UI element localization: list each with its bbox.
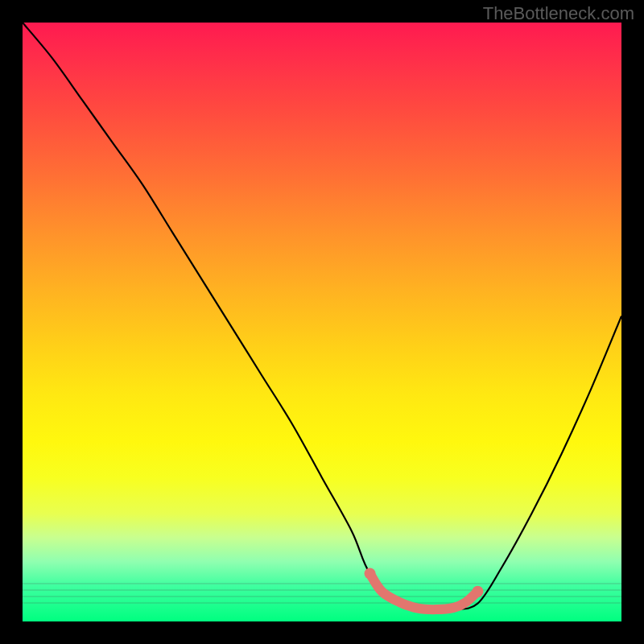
plot-area xyxy=(23,23,621,621)
watermark-text: TheBottleneck.com xyxy=(483,3,634,24)
optimal-range-dot-right xyxy=(472,586,483,597)
bottleneck-curve xyxy=(23,23,621,610)
optimal-range-dot-left xyxy=(365,568,376,579)
chart-svg xyxy=(23,23,621,621)
optimal-range-highlight xyxy=(370,573,478,609)
